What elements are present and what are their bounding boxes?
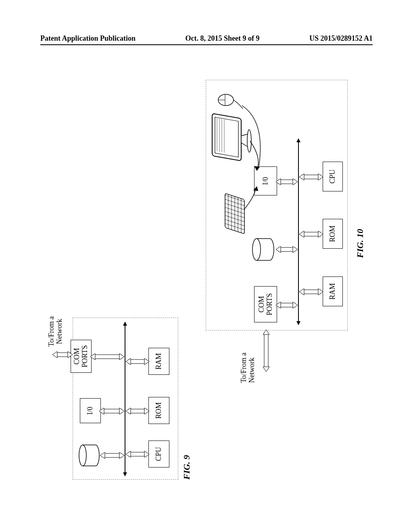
fig10-rom-label: ROM <box>329 226 337 242</box>
fig10-ram-label: RAM <box>329 283 337 300</box>
fig9-caption: FIG. 9 <box>181 455 192 480</box>
fig10-rom-box: ROM <box>323 219 343 249</box>
fig9-cpu-box: CPU <box>148 441 169 468</box>
header-center: Oct. 8, 2015 Sheet 9 of 9 <box>186 34 260 43</box>
fig9-comports-box: COM PORTS <box>71 340 92 373</box>
fig10-io-box: I/0 <box>254 166 277 195</box>
fig10-ram-box: RAM <box>323 276 343 306</box>
fig9-rom-label: ROM <box>155 402 163 419</box>
fig9-io-box: I/0 <box>80 398 101 423</box>
svg-marker-34 <box>263 367 269 372</box>
header-rule <box>40 44 373 45</box>
fig10-cpu-box: CPU <box>323 162 343 191</box>
fig9-rom-box: ROM <box>148 397 169 424</box>
fig9-network-label: To/From a Network <box>48 316 64 347</box>
fig9-cpu-label: CPU <box>155 447 163 461</box>
fig10-comports-box: COM PORTS <box>254 286 277 322</box>
fig9-ram-label: RAM <box>155 353 163 370</box>
header-left: Patent Application Publication <box>40 34 136 43</box>
fig9-comports-label: COM PORTS <box>73 345 89 368</box>
svg-marker-30 <box>52 351 57 358</box>
fig10-comports-label: COM PORTS <box>258 293 274 316</box>
fig10-network-label: To/From a Network <box>240 353 256 383</box>
fig10-network-arrow <box>258 326 274 375</box>
header-right: US 2015/0289152 A1 <box>309 34 373 43</box>
fig10-cpu-label: CPU <box>329 170 337 184</box>
fig9-io-label: I/0 <box>86 407 94 415</box>
fig9-ram-box: RAM <box>148 348 169 375</box>
fig10-io-label: I/0 <box>262 177 270 185</box>
fig10-caption: FIG. 10 <box>355 229 365 258</box>
